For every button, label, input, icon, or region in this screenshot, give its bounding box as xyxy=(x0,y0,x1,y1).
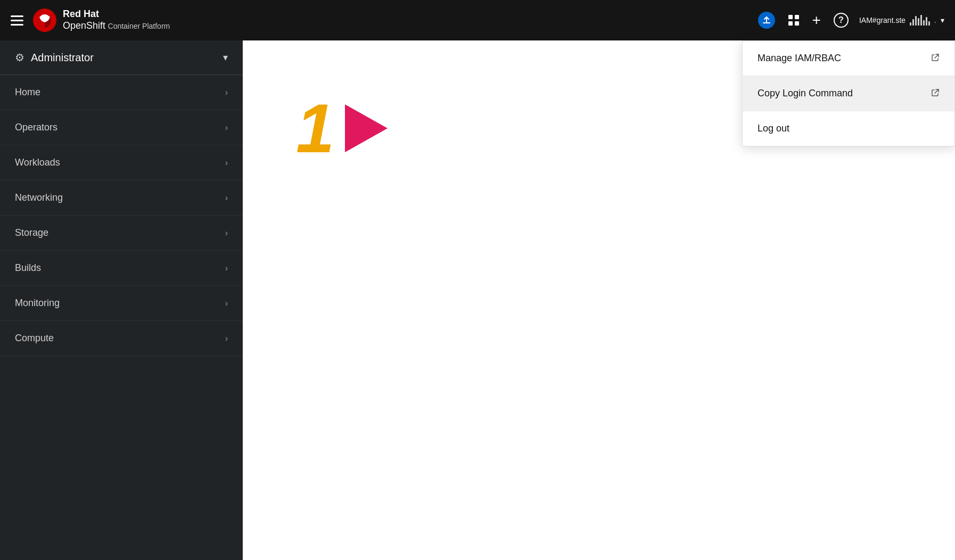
sidebar-item-label: Monitoring xyxy=(15,298,60,309)
annotation-arrow-icon xyxy=(345,104,388,152)
svg-rect-3 xyxy=(795,15,799,19)
hamburger-button[interactable] xyxy=(11,15,23,26)
chevron-right-icon: › xyxy=(225,123,228,133)
sidebar-item-builds[interactable]: Builds › xyxy=(0,251,243,286)
user-dropdown-arrow-icon: ▾ xyxy=(941,16,944,24)
sidebar-item-storage[interactable]: Storage › xyxy=(0,216,243,251)
manage-iam-rbac-button[interactable]: Manage IAM/RBAC xyxy=(743,41,954,76)
brand-name: Red Hat OpenShift Container Platform xyxy=(63,9,170,31)
chevron-right-icon: › xyxy=(225,193,228,203)
user-name-label: IAM#grant.ste xyxy=(859,16,905,24)
role-left: ⚙ Administrator xyxy=(15,51,94,64)
external-link-icon xyxy=(931,88,940,99)
external-link-icon xyxy=(931,53,940,64)
chevron-right-icon: › xyxy=(225,263,228,273)
sidebar-item-label: Workloads xyxy=(15,157,60,168)
logout-label: Log out xyxy=(758,123,789,134)
svg-rect-2 xyxy=(788,15,793,19)
annotation-number: 1 xyxy=(296,94,334,163)
brand-logo: Red Hat OpenShift Container Platform xyxy=(32,7,170,33)
annotation: 1 xyxy=(296,94,388,163)
chevron-right-icon: › xyxy=(225,299,228,308)
manage-iam-label: Manage IAM/RBAC xyxy=(758,53,841,64)
copy-login-label: Copy Login Command xyxy=(758,88,853,99)
sidebar-item-label: Operators xyxy=(15,122,57,133)
brand-text: Red Hat OpenShift Container Platform xyxy=(63,9,170,31)
chevron-right-icon: › xyxy=(225,228,228,238)
user-avatar xyxy=(910,15,930,26)
top-navigation: Red Hat OpenShift Container Platform xyxy=(0,0,955,40)
upload-icon[interactable] xyxy=(758,12,775,29)
chevron-right-icon: › xyxy=(225,88,228,97)
sidebar-item-label: Home xyxy=(15,87,40,98)
sidebar-item-label: Compute xyxy=(15,333,54,344)
role-dropdown-arrow-icon: ▾ xyxy=(223,52,228,63)
svg-rect-4 xyxy=(788,21,793,26)
copy-login-command-button[interactable]: Copy Login Command xyxy=(743,76,954,111)
sidebar-item-home[interactable]: Home › xyxy=(0,75,243,110)
logout-button[interactable]: Log out xyxy=(743,111,954,146)
sidebar-item-monitoring[interactable]: Monitoring › xyxy=(0,286,243,321)
sidebar-item-workloads[interactable]: Workloads › xyxy=(0,145,243,180)
sidebar-role-section[interactable]: ⚙ Administrator ▾ xyxy=(0,40,243,75)
sidebar-item-label: Storage xyxy=(15,227,48,238)
sidebar-item-label: Networking xyxy=(15,192,63,203)
svg-rect-5 xyxy=(795,21,799,26)
user-menu[interactable]: IAM#grant.ste . ▾ xyxy=(859,15,944,26)
nav-icons: + ? xyxy=(758,12,849,29)
grid-icon[interactable] xyxy=(788,14,800,26)
svg-point-1 xyxy=(40,14,49,20)
nav-left: Red Hat OpenShift Container Platform xyxy=(11,7,758,33)
add-icon[interactable]: + xyxy=(812,12,821,29)
gear-icon: ⚙ xyxy=(15,51,24,64)
role-label: Administrator xyxy=(31,52,94,64)
sidebar-item-networking[interactable]: Networking › xyxy=(0,180,243,216)
help-icon[interactable]: ? xyxy=(834,13,849,28)
sidebar-item-compute[interactable]: Compute › xyxy=(0,321,243,356)
chevron-right-icon: › xyxy=(225,158,228,168)
sidebar-nav-list: Home › Operators › Workloads › Networkin… xyxy=(0,75,243,356)
redhat-logo-icon xyxy=(32,7,57,33)
user-dropdown-menu: Manage IAM/RBAC Copy Login Command Log o… xyxy=(742,40,955,146)
sidebar-item-label: Builds xyxy=(15,262,41,274)
sidebar-item-operators[interactable]: Operators › xyxy=(0,110,243,145)
chevron-right-icon: › xyxy=(225,334,228,343)
sidebar: ⚙ Administrator ▾ Home › Operators › Wor… xyxy=(0,40,243,560)
user-suffix: . xyxy=(934,16,936,24)
